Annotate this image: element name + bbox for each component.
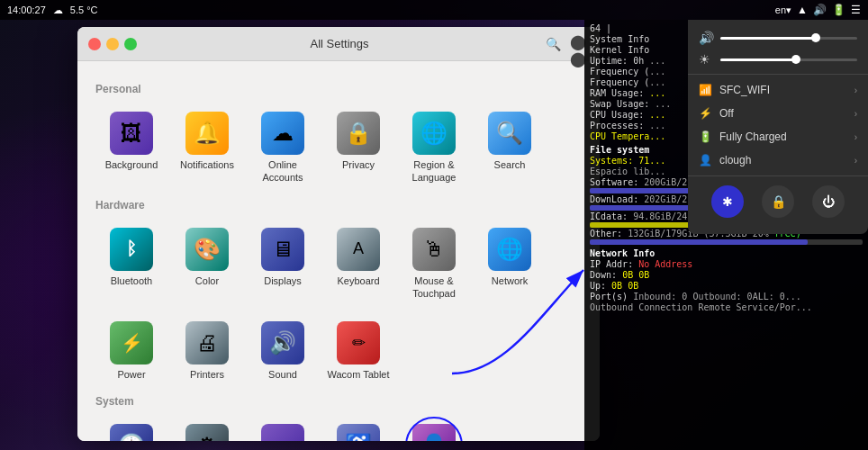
- settings-item-online-accounts[interactable]: ☁ Online Accounts: [247, 104, 319, 192]
- qs-wifi-chevron: ›: [854, 86, 857, 95]
- settings-window: All Settings 🔍 ⬤ ⬤ Personal 🖼 Background…: [77, 27, 600, 441]
- qs-user-chevron: ›: [854, 156, 857, 166]
- panel-time: 14:00:27: [7, 4, 46, 15]
- settings-item-power[interactable]: ⚡ Power: [95, 314, 167, 388]
- users-icon: 👤: [412, 424, 456, 441]
- panel-temp-icon: ☁: [53, 4, 63, 16]
- privacy-icon: 🔒: [337, 112, 380, 155]
- sysinfo-bar-other: [590, 239, 863, 245]
- qs-volume-slider[interactable]: [720, 37, 857, 40]
- qs-bluetooth-label: Off: [719, 107, 734, 120]
- window-title: All Settings: [137, 37, 542, 50]
- window-minimize-button[interactable]: [106, 38, 119, 50]
- settings-item-datetime[interactable]: 🕐 Date & Time: [95, 417, 167, 441]
- qs-battery-chevron: ›: [854, 132, 857, 142]
- settings-item-displays[interactable]: 🖥 Displays: [247, 220, 319, 308]
- sound-label: Sound: [268, 368, 297, 381]
- settings-item-printers[interactable]: 🖨 Printers: [171, 314, 243, 388]
- settings-item-universal-access[interactable]: ♿ Universal Access: [322, 417, 394, 441]
- panel-lang[interactable]: en▾: [775, 4, 791, 16]
- settings-item-wacom[interactable]: ✏ Wacom Tablet: [322, 314, 394, 388]
- color-label: Color: [195, 274, 219, 287]
- settings-item-privacy[interactable]: 🔒 Privacy: [322, 104, 394, 192]
- bluetooth-icon: ᛒ: [110, 228, 153, 271]
- search-button[interactable]: 🔍: [542, 33, 564, 55]
- panel-battery-icon[interactable]: 🔋: [832, 4, 845, 16]
- sound-icon: 🔊: [261, 321, 304, 364]
- settings-item-keyboard[interactable]: A Keyboard: [322, 220, 394, 308]
- qs-battery-item[interactable]: 🔋 Fully Charged ›: [688, 125, 868, 148]
- panel-temp: 5.5 °C: [70, 4, 98, 15]
- settings-item-mouse[interactable]: 🖱 Mouse & Touchpad: [398, 220, 470, 308]
- settings-item-search[interactable]: 🔍 Search: [474, 104, 546, 192]
- section-hardware-grid: ᛒ Bluetooth 🎨 Color 🖥 Displays A Keyboar…: [95, 220, 582, 308]
- notifications-icon: 🔔: [185, 112, 229, 155]
- qs-user-icon: 👤: [699, 154, 712, 166]
- qs-wifi-label: SFC_WIFI: [719, 84, 770, 96]
- section-system-label: System: [95, 395, 582, 408]
- keyboard-label: Keyboard: [337, 274, 379, 287]
- qs-volume-row: 🔊: [688, 27, 868, 49]
- sharing-icon: ↗: [261, 424, 304, 441]
- panel-wifi-icon[interactable]: ▲: [797, 4, 808, 16]
- qs-bluetooth-item[interactable]: ⚡ Off ›: [688, 102, 868, 125]
- settings-item-network[interactable]: 🌐 Network: [474, 220, 546, 308]
- region-icon: 🌐: [412, 112, 456, 155]
- settings-item-bluetooth[interactable]: ᛒ Bluetooth: [95, 220, 167, 308]
- privacy-label: Privacy: [342, 158, 375, 171]
- panel-left: 14:00:27 ☁ 5.5 °C: [7, 4, 98, 16]
- network-icon: 🌐: [488, 228, 531, 271]
- settings-item-sound[interactable]: 🔊 Sound: [247, 314, 319, 388]
- notifications-label: Notifications: [180, 158, 234, 171]
- qs-power-button[interactable]: ⏻: [812, 185, 845, 218]
- sysinfo-down: Down: 0B 0B: [590, 270, 863, 280]
- settings-item-users[interactable]: 👤 Users: [398, 417, 470, 441]
- section-hardware-label: Hardware: [95, 199, 582, 212]
- section-hardware2-grid: ⚡ Power 🖨 Printers 🔊 Sound ✏ Wacom Table…: [95, 314, 582, 388]
- bluetooth-label: Bluetooth: [111, 274, 152, 287]
- section-personal-grid: 🖼 Background 🔔 Notifications ☁ Online Ac…: [95, 104, 582, 192]
- settings-titlebar: All Settings 🔍 ⬤ ⬤: [77, 27, 600, 61]
- online-accounts-label: Online Accounts: [250, 158, 315, 184]
- settings-item-notifications[interactable]: 🔔 Notifications: [171, 104, 243, 192]
- settings-item-region[interactable]: 🌐 Region & Language: [398, 104, 470, 192]
- qs-settings-button[interactable]: ✱: [711, 185, 744, 218]
- qs-user-item[interactable]: 👤 clough ›: [688, 148, 868, 172]
- displays-label: Displays: [264, 274, 302, 287]
- sysinfo-up: Up: 0B 0B: [590, 281, 863, 291]
- titlebar-controls: [88, 38, 137, 50]
- qs-wifi-item[interactable]: 📶 SFC_WIFI ›: [688, 78, 868, 102]
- qs-lock-button[interactable]: 🔒: [762, 185, 794, 218]
- background-label: Background: [105, 158, 158, 171]
- panel-sound-icon[interactable]: 🔊: [813, 4, 827, 16]
- online-accounts-icon: ☁: [261, 112, 304, 155]
- qs-divider-1: [688, 74, 868, 75]
- qs-battery-icon: 🔋: [699, 130, 712, 143]
- power-icon: ⚡: [110, 321, 153, 364]
- displays-icon: 🖥: [261, 228, 304, 271]
- qs-brightness-icon: ☀: [699, 52, 713, 67]
- mouse-icon: 🖱: [412, 228, 456, 271]
- settings-item-color[interactable]: 🎨 Color: [171, 220, 243, 308]
- qs-brightness-slider[interactable]: [720, 58, 857, 61]
- search-label: Search: [494, 158, 526, 171]
- wacom-icon: ✏: [337, 321, 380, 364]
- printers-icon: 🖨: [185, 321, 229, 364]
- qs-bluetooth-icon: ⚡: [699, 107, 712, 120]
- details-icon: ⚙: [185, 424, 229, 441]
- search-icon: 🔍: [488, 112, 531, 155]
- panel-menu-icon[interactable]: ☰: [851, 4, 861, 16]
- sysinfo-ip: IP Addr: No Address: [590, 259, 863, 269]
- settings-item-details[interactable]: ⚙ Details: [171, 417, 243, 441]
- printers-label: Printers: [190, 368, 224, 381]
- window-maximize-button[interactable]: [124, 38, 137, 50]
- qs-bluetooth-chevron: ›: [854, 109, 857, 119]
- window-close-button[interactable]: [88, 38, 101, 50]
- section-personal-label: Personal: [95, 83, 582, 95]
- wacom-label: Wacom Tablet: [327, 368, 389, 381]
- settings-item-sharing[interactable]: ↗ Sharing: [247, 417, 319, 441]
- qs-volume-icon: 🔊: [699, 31, 713, 45]
- qs-wifi-icon: 📶: [699, 84, 712, 96]
- settings-item-background[interactable]: 🖼 Background: [95, 104, 167, 192]
- keyboard-icon: A: [337, 228, 380, 271]
